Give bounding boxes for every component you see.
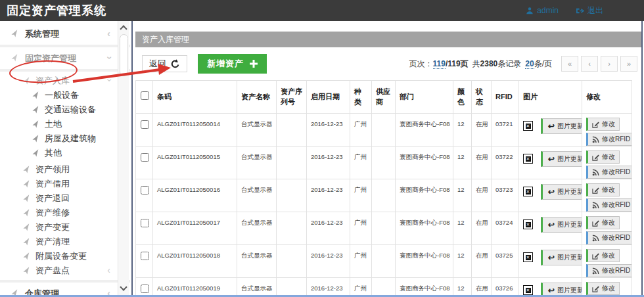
cell-serial xyxy=(277,147,307,179)
back-button[interactable]: 返回 xyxy=(142,55,187,72)
broken-image-icon: ✕ xyxy=(523,187,533,196)
cell-status: 在用 xyxy=(472,114,492,147)
row-checkbox[interactable] xyxy=(141,186,149,194)
row-checkbox[interactable] xyxy=(141,285,149,293)
image-update-button[interactable]: ↩图片更新 xyxy=(541,118,582,134)
first-page-button[interactable]: « xyxy=(561,56,578,72)
cell-department: 寰图商务中心-F08 xyxy=(396,212,453,245)
sidebar-item-label: 资产盘点 xyxy=(35,265,70,277)
logout-link[interactable]: 退出 xyxy=(576,5,603,16)
sidebar-item-4[interactable]: 交通运输设备 xyxy=(0,103,130,117)
cell-category: 广州 xyxy=(350,245,372,278)
rss-icon xyxy=(592,267,599,275)
sidebar-item-15[interactable]: 资产盘点‹ xyxy=(0,263,130,278)
broken-image-icon: ✕ xyxy=(523,154,533,164)
current-page-link[interactable]: 119 xyxy=(433,59,446,69)
image-update-button[interactable]: ↩图片更新 xyxy=(541,151,582,167)
sidebar-item-3[interactable]: 一般设备 xyxy=(0,88,130,103)
nav-plane-icon xyxy=(22,223,31,232)
cell-serial xyxy=(277,179,307,212)
table-row-0: ALGZ01IT0112050014台式显示器2016-12-23广州寰图商务中… xyxy=(136,114,632,147)
cell-color: 12 xyxy=(453,179,472,212)
row-checkbox[interactable] xyxy=(141,120,149,129)
sidebar-item-10[interactable]: 资产退回 xyxy=(0,191,130,206)
cell-rfid: 03724 xyxy=(492,212,519,245)
sidebar-item-label: 资产变更 xyxy=(35,221,70,233)
page-size-link[interactable]: 20 xyxy=(525,59,534,69)
column-header-1: 资产名称 xyxy=(237,81,277,114)
sidebar: 系统管理‹ 固定资产管理‹ 资产入库‹ 一般设备 交通运输设备 土地 房屋及建筑… xyxy=(0,21,130,295)
reply-arrow-icon: ↩ xyxy=(548,221,555,229)
image-update-button[interactable]: ↩图片更新 xyxy=(541,217,582,233)
sidebar-item-11[interactable]: 资产维修 xyxy=(0,206,130,220)
sidebar-item-1[interactable]: 固定资产管理‹ xyxy=(0,49,130,67)
select-all-checkbox[interactable] xyxy=(141,91,149,100)
cell-asset-name: 台式显示器 xyxy=(237,179,277,212)
sidebar-item-label: 土地 xyxy=(45,118,62,130)
user-menu-link[interactable]: admin xyxy=(526,6,559,15)
last-page-button[interactable]: » xyxy=(620,56,637,72)
edit-button[interactable]: 修改 xyxy=(586,150,620,164)
next-page-button[interactable]: › xyxy=(601,56,618,72)
table-body: ALGZ01IT0112050014台式显示器2016-12-23广州寰图商务中… xyxy=(136,114,632,297)
column-header-2: 资产序列号 xyxy=(277,81,307,114)
edit-rfid-button[interactable]: 修改RFID xyxy=(586,198,632,212)
sidebar-item-5[interactable]: 土地 xyxy=(0,117,130,131)
cell-color: 12 xyxy=(453,212,472,245)
cell-status: 在用 xyxy=(472,212,492,245)
chevron-left-icon: ‹ xyxy=(107,265,110,275)
edit-rfid-button[interactable]: 修改RFID xyxy=(586,231,632,244)
nav-plane-icon xyxy=(32,106,40,114)
sidebar-item-label: 资产清理 xyxy=(35,236,70,248)
sidebar-item-14[interactable]: 附属设备变更 xyxy=(0,249,130,263)
cell-asset-name: 台式显示器 xyxy=(237,212,277,245)
sidebar-scrollbar[interactable] xyxy=(118,21,129,295)
sidebar-item-12[interactable]: 资产变更 xyxy=(0,220,130,235)
edit-button[interactable]: 修改 xyxy=(586,249,620,262)
panel-title: 资产入库管理 xyxy=(142,34,189,45)
cell-color: 12 xyxy=(453,278,472,297)
cell-department: 寰图商务中心-F08 xyxy=(396,147,453,179)
edit-button[interactable]: 修改 xyxy=(586,216,620,229)
cell-actions: 修改 修改RFID xyxy=(582,147,632,179)
sidebar-item-7[interactable]: 其他 xyxy=(0,146,130,160)
cell-supplier xyxy=(372,179,396,212)
cell-date: 2016-12-23 xyxy=(307,278,350,297)
add-asset-button[interactable]: 新增资产 xyxy=(198,54,267,74)
prev-page-button[interactable]: ‹ xyxy=(581,56,598,72)
cell-actions: 修改 修改RFID xyxy=(582,212,632,245)
scroll-down-button[interactable] xyxy=(118,283,129,294)
sidebar-item-0[interactable]: 系统管理‹ xyxy=(0,25,130,43)
logout-icon xyxy=(576,7,584,14)
nav-plane-icon xyxy=(32,120,40,129)
edit-rfid-button[interactable]: 修改RFID xyxy=(586,166,632,179)
sidebar-item-6[interactable]: 房屋及建筑物 xyxy=(0,131,130,146)
edit-button[interactable]: 修改 xyxy=(586,183,620,196)
nav-plane-icon xyxy=(11,54,19,62)
content-right-border xyxy=(641,21,643,295)
sidebar-item-8[interactable]: 资产领用 xyxy=(0,162,130,177)
cell-date: 2016-12-23 xyxy=(307,147,350,179)
row-checkbox[interactable] xyxy=(141,252,149,260)
image-update-button[interactable]: ↩图片更新 xyxy=(541,184,582,200)
edit-rfid-button[interactable]: 修改RFID xyxy=(586,264,632,277)
add-asset-label: 新增资产 xyxy=(207,58,244,70)
row-checkbox[interactable] xyxy=(141,153,149,162)
cell-status: 在用 xyxy=(472,147,492,179)
scrollbar-thumb[interactable] xyxy=(120,34,128,76)
sidebar-item-2[interactable]: 资产入库‹ xyxy=(0,74,130,88)
image-update-button[interactable]: ↩图片更新 xyxy=(541,250,582,265)
edit-rfid-button[interactable]: 修改RFID xyxy=(586,133,632,146)
cell-rfid: 03725 xyxy=(492,245,519,278)
edit-button[interactable]: 修改 xyxy=(586,118,620,131)
rss-icon xyxy=(592,235,599,242)
sidebar-item-13[interactable]: 资产清理 xyxy=(0,235,130,249)
row-checkbox[interactable] xyxy=(141,219,149,227)
edit-button[interactable]: 修改 xyxy=(586,282,620,295)
scroll-up-button[interactable] xyxy=(118,22,129,34)
cell-checkbox xyxy=(136,147,153,179)
cell-color: 12 xyxy=(453,147,472,179)
sidebar-item-label: 资产维修 xyxy=(35,207,70,219)
sidebar-item-9[interactable]: 资产借用 xyxy=(0,177,130,191)
cell-department: 寰图商务中心-F08 xyxy=(396,114,453,147)
